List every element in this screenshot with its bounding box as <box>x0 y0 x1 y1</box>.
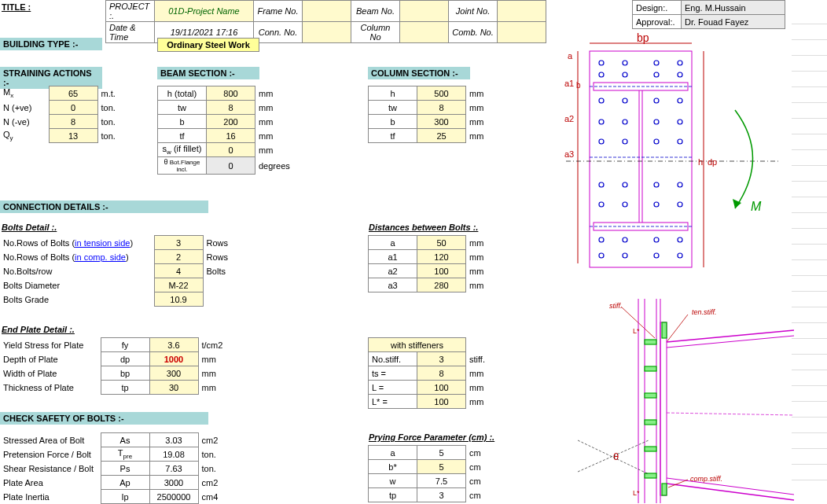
svg-point-23 <box>654 72 659 77</box>
design-value[interactable]: Eng. M.Hussain <box>682 1 785 15</box>
svg-point-20 <box>678 61 682 65</box>
svg-rect-73 <box>645 366 656 371</box>
bolts-grade-label: Bolts Grade <box>0 292 154 307</box>
ep-yield-value[interactable]: 3.6 <box>149 338 198 352</box>
qy-value[interactable]: 13 <box>49 129 97 143</box>
mx-unit: m.t. <box>97 86 129 101</box>
svg-point-30 <box>623 120 627 124</box>
svg-text:L*: L* <box>633 489 640 497</box>
svg-text:a1: a1 <box>564 79 574 88</box>
ep-thick-sym: tp <box>101 381 149 395</box>
svg-point-40 <box>678 182 682 187</box>
svg-point-49 <box>599 253 604 258</box>
ep-width-sym: bp <box>101 366 149 381</box>
beam-no-value[interactable] <box>400 1 449 22</box>
svg-point-37 <box>599 182 604 187</box>
svg-point-35 <box>654 139 659 144</box>
pr-bstar-value[interactable]: 5 <box>417 460 466 474</box>
joint-no-value[interactable] <box>498 1 546 22</box>
ep-depth-sym: dp <box>101 352 149 366</box>
rows-tension-value[interactable]: 3 <box>154 236 203 250</box>
stiff-heading: with stiffeners <box>369 338 466 352</box>
svg-rect-79 <box>662 484 667 495</box>
stiffener-side-diagram: stiff. ten.stiff. L* L* comp.stiff. θ <box>566 299 802 503</box>
dist-a1-value[interactable]: 120 <box>417 250 466 264</box>
svg-text:dp: dp <box>708 157 717 167</box>
bs-tf-value[interactable]: 16 <box>207 129 255 143</box>
svg-rect-8 <box>594 83 688 90</box>
dist-a2-value[interactable]: 100 <box>417 264 466 278</box>
svg-point-43 <box>654 202 659 207</box>
cb-stress-label: Stressed Area of Bolt <box>0 433 101 447</box>
bs-sw-value[interactable]: 0 <box>207 143 255 157</box>
bs-h-unit: mm <box>255 86 293 101</box>
stiff-no-value[interactable]: 3 <box>417 352 466 366</box>
svg-point-51 <box>654 253 659 258</box>
beam-no-label: Beam No. <box>351 1 400 22</box>
bs-theta-value[interactable]: 0 <box>207 157 255 175</box>
cs-b-value[interactable]: 300 <box>417 115 466 129</box>
cs-tw-value[interactable]: 8 <box>417 101 466 115</box>
dist-a-value[interactable]: 50 <box>417 236 466 250</box>
svg-point-18 <box>623 61 627 65</box>
bs-h-value[interactable]: 800 <box>207 86 255 101</box>
mx-value[interactable]: 65 <box>49 86 97 101</box>
cb-preten-value: 19.08 <box>149 447 198 462</box>
npos-value[interactable]: 0 <box>49 101 97 115</box>
bolts-grade-value[interactable]: 10.9 <box>154 292 203 307</box>
cs-tf-value[interactable]: 25 <box>417 129 466 143</box>
cb-area-value: 3000 <box>149 476 198 490</box>
svg-rect-76 <box>645 447 656 451</box>
bolts-row-value[interactable]: 4 <box>154 264 203 278</box>
cb-inertia-label: Plate Inertia <box>0 490 101 504</box>
joint-no-label: Joint No. <box>449 1 498 22</box>
distances-heading: Distances between Bolts :. <box>369 223 478 232</box>
svg-point-52 <box>678 253 682 258</box>
ep-width-label: Width of Plate <box>0 366 101 381</box>
svg-point-50 <box>623 253 627 258</box>
cs-h-value[interactable]: 500 <box>417 86 466 101</box>
svg-point-33 <box>599 139 604 144</box>
approval-value[interactable]: Dr. Fouad Fayez <box>682 15 785 29</box>
ep-depth-value[interactable]: 1000 <box>149 352 198 366</box>
svg-rect-66 <box>660 322 667 495</box>
bs-theta-unit: degrees <box>255 157 293 175</box>
rows-comp-value[interactable]: 2 <box>154 250 203 264</box>
ep-yield-sym: fy <box>101 338 149 352</box>
cb-area-label: Plate Area <box>0 476 101 490</box>
bs-theta-label: θ Bot.Flange incl. <box>158 157 207 175</box>
pr-tp-label: tp <box>369 488 417 502</box>
svg-point-45 <box>599 237 604 242</box>
stiff-lstar-value[interactable]: 100 <box>417 395 466 409</box>
stiff-l-value[interactable]: 100 <box>417 381 466 395</box>
project-value[interactable]: 01D-Project Name <box>155 1 254 22</box>
end-plate-heading: End Plate Detail :. <box>2 325 75 334</box>
rows-tension-label: No.Rows of Bolts (in tension side) <box>0 236 154 250</box>
mx-label: Mx <box>0 86 49 101</box>
nneg-value[interactable]: 8 <box>49 115 97 129</box>
svg-rect-78 <box>662 322 667 338</box>
stiff-ts-value[interactable]: 8 <box>417 366 466 381</box>
bs-b-value[interactable]: 200 <box>207 115 255 129</box>
stiff-lstar-label: L* = <box>369 395 417 409</box>
rows-comp-label: No.Rows of Bolts (in comp. side) <box>0 250 154 264</box>
title-label: TITLE : <box>2 2 31 12</box>
bs-tw-value[interactable]: 8 <box>207 101 255 115</box>
svg-line-71 <box>667 413 794 415</box>
bolts-diameter-value[interactable]: M-22 <box>154 278 203 292</box>
ep-thick-label: Thickness of Plate <box>0 381 101 395</box>
pr-tp-value: 3 <box>417 488 466 502</box>
cs-h-label: h <box>369 86 417 101</box>
svg-point-39 <box>654 182 659 187</box>
pr-bstar-label: b* <box>369 460 417 474</box>
svg-text:stiff.: stiff. <box>609 302 623 310</box>
cb-area-sym: Ap <box>101 476 149 490</box>
dist-a3-value[interactable]: 280 <box>417 278 466 292</box>
svg-line-67 <box>667 330 794 342</box>
building-type-value[interactable]: Ordinary Steel Work <box>157 38 259 52</box>
frame-no-value[interactable] <box>303 1 351 22</box>
svg-point-42 <box>623 202 627 207</box>
ep-thick-value[interactable]: 30 <box>149 381 198 395</box>
ep-width-value[interactable]: 300 <box>149 366 198 381</box>
svg-text:h: h <box>698 157 703 167</box>
